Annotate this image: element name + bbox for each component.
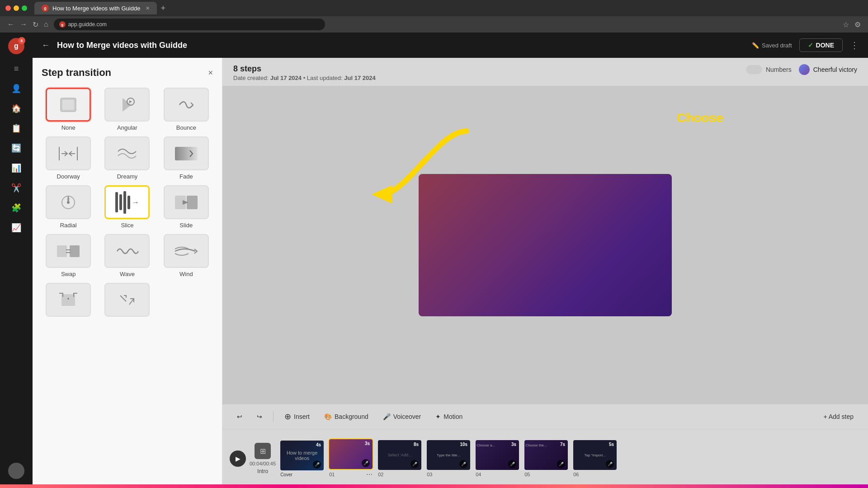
clip-info-05: 05	[524, 471, 569, 478]
clip-duration-01: 3s	[365, 441, 370, 446]
transition-thumb-none	[46, 88, 91, 122]
transition-item-none[interactable]: None	[42, 88, 95, 131]
timeline-clip-04[interactable]: Choose a... 3s 🎤 04	[475, 439, 520, 478]
clip-thumbnail-06: Tap "Import... 5s 🎤	[572, 439, 618, 471]
sidebar-item-menu[interactable]: ≡	[7, 60, 25, 78]
transition-thumb-bounce	[164, 88, 209, 122]
clip-info-04: 04	[475, 471, 520, 478]
transition-item-dreamy[interactable]: Dreamy	[100, 136, 154, 180]
transition-item-swap[interactable]: Swap	[42, 234, 95, 277]
app-header: ← How to Merge videos with Guidde ✏️ Sav…	[33, 33, 868, 58]
transition-thumb-wave	[104, 234, 150, 268]
transition-label-fade: Fade	[179, 173, 193, 180]
star-icon[interactable]: ☆	[843, 20, 849, 29]
motion-button[interactable]: ✦ Motion	[430, 410, 468, 423]
clip-info-01: 01 ⋯	[328, 470, 373, 479]
voiceover-button[interactable]: 🎤 Voiceover	[377, 410, 426, 423]
panel-header: Step transition ×	[42, 67, 213, 79]
transition-item-wind[interactable]: Wind	[160, 234, 213, 277]
clip-num-06: 06	[573, 472, 579, 477]
canvas-with-arrow: 8 steps Date created: Jul 17 2024 • Last…	[222, 58, 868, 488]
transition-item-doorway[interactable]: Doorway	[42, 136, 95, 180]
url-bar[interactable]: g app.guidde.com	[54, 19, 325, 30]
plus-icon: ⊕	[284, 412, 291, 422]
transition-item-diagonal[interactable]	[100, 283, 154, 319]
clip-duration-05: 7s	[560, 442, 565, 447]
clip-more-01[interactable]: ⋯	[366, 471, 373, 478]
undo-button[interactable]: ↩	[231, 410, 248, 423]
svg-rect-11	[70, 245, 80, 257]
sidebar-item-edit[interactable]: ✂️	[7, 179, 25, 197]
timeline-clip-05[interactable]: Choose the... 7s 🎤 05	[524, 439, 569, 478]
extensions-icon[interactable]: ⚙	[854, 20, 861, 29]
sidebar-item-plugins[interactable]: 🧩	[7, 199, 25, 217]
panel-close-button[interactable]: ×	[208, 68, 213, 78]
redo-icon: ↪	[257, 413, 262, 420]
url-text: app.guidde.com	[68, 21, 107, 28]
tab-close-button[interactable]: ✕	[146, 5, 150, 11]
record-icon[interactable]: ⊞	[255, 443, 271, 459]
forward-nav-button[interactable]: →	[20, 20, 27, 28]
clip-thumbnail-02: Select 'Add... 8s 🎤	[377, 439, 422, 471]
transition-item-slide[interactable]: Slide	[160, 185, 213, 229]
video-canvas-area: Choose	[222, 86, 868, 404]
sidebar-item-analytics[interactable]: 📊	[7, 159, 25, 177]
background-button[interactable]: 🎨 Background	[319, 410, 374, 423]
timeline-clip-02[interactable]: Select 'Add... 8s 🎤 02	[377, 439, 422, 478]
minimize-dot[interactable]	[14, 5, 19, 11]
svg-point-7	[67, 201, 70, 204]
back-button[interactable]: ←	[42, 41, 50, 50]
clip-duration-04: 3s	[511, 442, 516, 447]
cheerful-badge[interactable]: Cheerful victory	[799, 64, 857, 75]
transition-item-slice[interactable]: → Slice	[100, 185, 154, 229]
add-step-button[interactable]: + Add step	[818, 410, 859, 423]
steps-date: Date created: Jul 17 2024 • Last updated…	[233, 75, 376, 81]
numbers-switch[interactable]	[746, 65, 762, 74]
transition-item-fade[interactable]: Fade	[160, 136, 213, 180]
tab-favicon: g	[42, 5, 49, 12]
redo-button[interactable]: ↪	[251, 410, 268, 423]
background-icon: 🎨	[324, 413, 332, 420]
transition-item-radial[interactable]: Radial	[42, 185, 95, 229]
transition-item-angular[interactable]: Angular	[100, 88, 154, 131]
numbers-label: Numbers	[766, 66, 792, 73]
clip-num-05: 05	[524, 472, 530, 477]
browser-toolbar-icons: ☆ ⚙	[843, 20, 861, 29]
transition-item-wave[interactable]: Wave	[100, 234, 154, 277]
mic-icon-03: 🎤	[459, 460, 467, 468]
sidebar-item-home[interactable]: 🏠	[7, 99, 25, 117]
active-tab[interactable]: g How to Merge videos with Guidde ✕	[34, 2, 157, 14]
new-tab-button[interactable]: +	[160, 4, 165, 13]
home-button[interactable]: ⌂	[44, 20, 48, 28]
transition-thumb-zoom	[46, 283, 91, 317]
transition-item-zoom[interactable]	[42, 283, 95, 319]
header-right-badges: Numbers Cheerful victory	[746, 64, 857, 75]
insert-button[interactable]: ⊕ Insert	[279, 409, 315, 424]
undo-icon: ↩	[237, 413, 242, 420]
refresh-button[interactable]: ↻	[33, 20, 38, 29]
clip-thumbnail-03: Type the title... 10s 🎤	[426, 439, 471, 471]
timeline-clip-01[interactable]: 3s 🎤 01 ⋯	[328, 438, 373, 479]
transition-label-none: None	[61, 124, 75, 131]
back-nav-button[interactable]: ←	[7, 20, 14, 28]
slice-bars	[115, 191, 130, 214]
timeline-clip-03[interactable]: Type the title... 10s 🎤 03	[426, 439, 471, 478]
done-button[interactable]: ✓ DONE	[799, 38, 843, 52]
transition-item-bounce[interactable]: Bounce	[160, 88, 213, 131]
sidebar-item-videos[interactable]: 📋	[7, 119, 25, 137]
sidebar-item-reports[interactable]: 📈	[7, 219, 25, 237]
play-button[interactable]: ▶	[230, 450, 246, 467]
clip-info-02: 02	[377, 471, 422, 478]
mic-icon-02: 🎤	[410, 460, 419, 468]
app-body: ← How to Merge videos with Guidde ✏️ Sav…	[33, 33, 868, 488]
sidebar-item-add-user[interactable]: 👤	[7, 80, 25, 98]
maximize-dot[interactable]	[22, 5, 27, 11]
tab-title: How to Merge videos with Guidde	[52, 5, 140, 12]
sidebar-item-refresh[interactable]: 🔄	[7, 139, 25, 157]
close-dot[interactable]	[5, 5, 11, 11]
timeline-clip-cover[interactable]: How to mergevideos 4s 🎤 Cover	[279, 440, 325, 478]
timeline-clip-06[interactable]: Tap "Import... 5s 🎤 06	[572, 439, 618, 478]
more-options-button[interactable]: ⋮	[850, 40, 859, 51]
numbers-toggle[interactable]: Numbers	[746, 65, 792, 74]
user-avatar[interactable]	[8, 463, 24, 479]
